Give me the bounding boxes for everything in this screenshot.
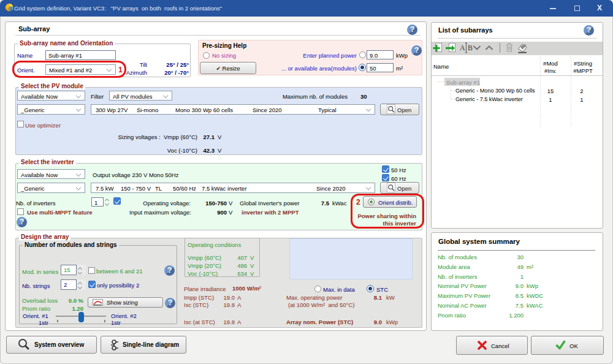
svg-text:B: B (468, 44, 473, 52)
svg-text:A: A (460, 44, 465, 52)
